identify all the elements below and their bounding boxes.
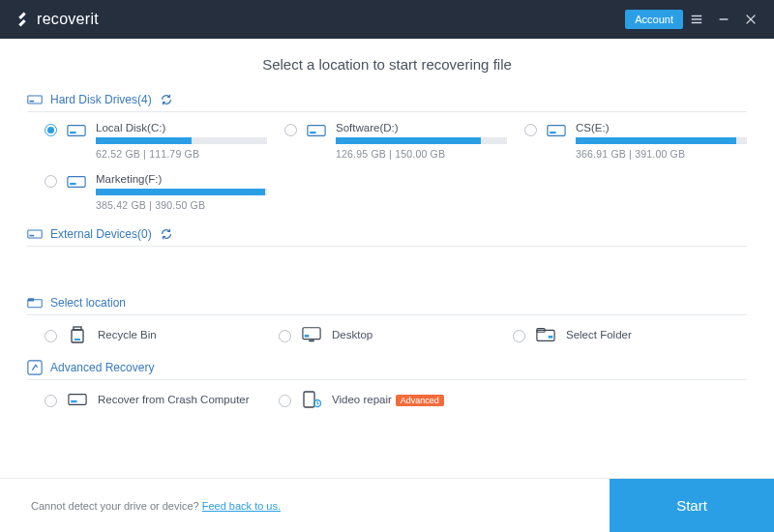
logo-icon bbox=[14, 11, 31, 28]
location-section-icon bbox=[27, 295, 43, 310]
drive-item[interactable]: Local Disk(C:)62.52 GB | 111.79 GB bbox=[45, 122, 267, 160]
page-title: Select a location to start recovering fi… bbox=[27, 56, 747, 73]
location-label: Recycle Bin bbox=[98, 329, 157, 340]
refresh-icon[interactable] bbox=[160, 93, 173, 106]
location-item[interactable]: Desktop bbox=[279, 325, 513, 344]
section-hdd: Hard Disk Drives(4) Local Disk(C:)62.52 … bbox=[27, 88, 747, 217]
section-title-advanced: Advanced Recovery bbox=[50, 361, 154, 374]
drive-name: Software(D:) bbox=[336, 122, 507, 133]
svg-rect-1 bbox=[18, 19, 25, 26]
location-label: Select Folder bbox=[566, 329, 632, 340]
location-item[interactable]: Recycle Bin bbox=[45, 325, 279, 344]
location-radio[interactable] bbox=[45, 330, 57, 342]
section-title-hdd: Hard Disk Drives(4) bbox=[50, 93, 152, 106]
advanced-label: Recover from Crash Computer bbox=[98, 394, 250, 405]
svg-rect-22 bbox=[72, 330, 83, 342]
recycle-icon bbox=[67, 325, 88, 344]
location-item[interactable]: Select Folder bbox=[513, 325, 747, 344]
refresh-icon[interactable] bbox=[160, 227, 173, 241]
svg-rect-0 bbox=[18, 13, 25, 19]
drive-name: CS(E:) bbox=[576, 122, 747, 133]
svg-rect-33 bbox=[71, 400, 76, 402]
svg-rect-32 bbox=[69, 395, 86, 405]
drive-icon bbox=[67, 173, 86, 194]
section-advanced: Advanced Recovery Recover from Crash Com… bbox=[27, 356, 747, 415]
section-title-location: Select location bbox=[50, 296, 126, 310]
svg-rect-9 bbox=[29, 101, 34, 103]
advanced-label: Video repairAdvanced bbox=[332, 394, 444, 405]
usage-bar bbox=[96, 189, 267, 195]
hdd-section-icon bbox=[27, 92, 43, 107]
section-title-external: External Devices(0) bbox=[50, 227, 152, 241]
advanced-item[interactable]: Video repairAdvanced bbox=[279, 390, 513, 409]
location-label: Desktop bbox=[332, 329, 372, 340]
drive-name: Marketing(F:) bbox=[96, 173, 267, 185]
drive-icon bbox=[547, 122, 566, 143]
drive-icon bbox=[307, 122, 326, 143]
advanced-radio[interactable] bbox=[45, 395, 57, 407]
section-location: Select location Recycle BinDesktopSelect… bbox=[27, 291, 747, 350]
menu-icon[interactable] bbox=[683, 6, 710, 33]
svg-rect-23 bbox=[74, 327, 81, 330]
location-radio[interactable] bbox=[279, 330, 291, 342]
usage-bar bbox=[96, 137, 267, 144]
footer: Cannot detect your drive or device? Feed… bbox=[0, 478, 774, 532]
usage-bar bbox=[576, 137, 747, 144]
video-icon bbox=[301, 390, 322, 409]
drive-item[interactable]: Marketing(F:)385.42 GB | 390.50 GB bbox=[45, 173, 267, 211]
drive-radio[interactable] bbox=[45, 175, 57, 188]
account-button[interactable]: Account bbox=[625, 10, 683, 29]
svg-rect-14 bbox=[548, 126, 565, 136]
drive-item[interactable]: Software(D:)126.95 GB | 150.00 GB bbox=[284, 122, 507, 160]
advanced-section-icon bbox=[27, 360, 43, 375]
app-name: recoverit bbox=[37, 11, 99, 28]
advanced-badge: Advanced bbox=[396, 395, 444, 406]
drive-radio[interactable] bbox=[284, 124, 297, 136]
drive-size: 126.95 GB | 150.00 GB bbox=[336, 148, 507, 160]
drive-size: 366.91 GB | 391.00 GB bbox=[576, 148, 747, 160]
svg-rect-8 bbox=[28, 96, 42, 103]
close-icon[interactable] bbox=[737, 6, 764, 33]
svg-rect-17 bbox=[70, 183, 75, 185]
drive-size: 385.42 GB | 390.50 GB bbox=[96, 199, 267, 211]
svg-rect-18 bbox=[28, 230, 42, 238]
svg-rect-26 bbox=[309, 340, 313, 341]
start-button[interactable]: Start bbox=[610, 479, 774, 533]
location-radio[interactable] bbox=[513, 330, 525, 342]
svg-rect-13 bbox=[310, 132, 315, 133]
svg-rect-21 bbox=[28, 298, 34, 301]
svg-rect-30 bbox=[549, 336, 553, 339]
feedback-link[interactable]: Feed back to us. bbox=[202, 500, 281, 512]
svg-rect-24 bbox=[74, 339, 80, 340]
svg-rect-11 bbox=[70, 132, 75, 133]
usage-bar bbox=[336, 137, 507, 144]
section-external: External Devices(0) bbox=[27, 222, 747, 285]
svg-rect-31 bbox=[28, 361, 42, 374]
drive-size: 62.52 GB | 111.79 GB bbox=[96, 148, 267, 160]
crash-icon bbox=[67, 390, 88, 409]
advanced-item[interactable]: Recover from Crash Computer bbox=[45, 390, 279, 409]
advanced-radio[interactable] bbox=[279, 395, 291, 407]
folder-icon bbox=[535, 325, 556, 344]
app-logo: recoverit bbox=[14, 11, 99, 28]
footer-text: Cannot detect your drive or device? Feed… bbox=[31, 500, 281, 512]
drive-name: Local Disk(C:) bbox=[96, 122, 267, 133]
svg-rect-34 bbox=[304, 392, 314, 407]
svg-rect-15 bbox=[550, 132, 555, 133]
svg-rect-19 bbox=[29, 235, 34, 237]
drive-item[interactable]: CS(E:)366.91 GB | 391.00 GB bbox=[524, 122, 747, 160]
external-section-icon bbox=[27, 226, 43, 242]
drive-radio[interactable] bbox=[45, 124, 57, 136]
svg-rect-10 bbox=[68, 126, 85, 136]
svg-rect-27 bbox=[305, 335, 310, 338]
desktop-icon bbox=[301, 325, 322, 344]
titlebar: recoverit Account bbox=[0, 0, 774, 39]
drive-icon bbox=[67, 122, 86, 143]
svg-rect-16 bbox=[68, 177, 85, 188]
svg-rect-25 bbox=[303, 328, 320, 340]
svg-rect-12 bbox=[308, 126, 325, 136]
drive-radio[interactable] bbox=[524, 124, 537, 136]
minimize-icon[interactable] bbox=[710, 6, 737, 33]
